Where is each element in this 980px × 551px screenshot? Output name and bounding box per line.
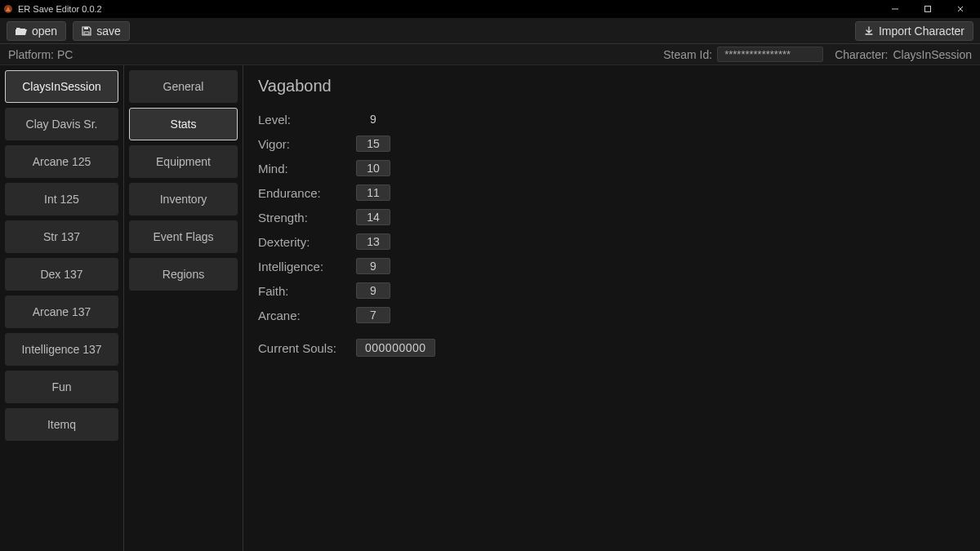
stat-value-field[interactable]: 9	[356, 258, 390, 274]
platform-value: PC	[57, 48, 73, 61]
stat-row: Vigor:15	[258, 131, 965, 156]
svg-rect-2	[925, 7, 931, 12]
character-label: Character:	[835, 48, 888, 61]
open-button-label: open	[32, 24, 57, 38]
souls-field[interactable]: 000000000	[356, 339, 435, 357]
save-icon	[82, 26, 91, 36]
stat-value-field[interactable]: 15	[356, 136, 390, 152]
stat-row: Endurance:11	[258, 180, 965, 205]
stat-value-field[interactable]: 10	[356, 160, 390, 176]
platform-label: Platform:	[8, 48, 54, 61]
character-item[interactable]: Itemq	[5, 408, 118, 441]
stats-panel: Vagabond Level: 9 Vigor:15Mind:10Enduran…	[243, 65, 980, 551]
stat-label: Level:	[258, 113, 356, 127]
stat-value-field[interactable]: 11	[356, 184, 390, 201]
import-character-button[interactable]: Import Character	[855, 21, 973, 41]
character-item[interactable]: Arcane 137	[5, 295, 118, 328]
category-item[interactable]: Event Flags	[129, 220, 238, 253]
stat-value-field[interactable]: 9	[356, 282, 390, 299]
stat-row: Intelligence:9	[258, 254, 965, 278]
category-list: GeneralStatsEquipmentInventoryEvent Flag…	[124, 65, 243, 551]
stat-label: Dexterity:	[258, 235, 356, 249]
character-item[interactable]: Intelligence 137	[5, 333, 118, 366]
stat-value-field[interactable]: 14	[356, 209, 390, 225]
souls-row: Current Souls: 000000000	[258, 339, 965, 357]
stat-row: Arcane:7	[258, 303, 965, 327]
steamid-field[interactable]: ****************	[717, 47, 823, 62]
steamid-label: Steam Id:	[663, 48, 712, 61]
svg-rect-6	[84, 32, 89, 34]
souls-label: Current Souls:	[258, 341, 356, 355]
category-item[interactable]: Inventory	[129, 183, 238, 216]
stat-label: Strength:	[258, 211, 356, 224]
info-bar: Platform: PC Steam Id: **************** …	[0, 44, 980, 65]
character-item[interactable]: Dex 137	[5, 258, 118, 291]
window-title: ER Save Editor 0.0.2	[18, 4, 102, 14]
stat-row: Faith:9	[258, 278, 965, 303]
stat-label: Faith:	[258, 284, 356, 298]
stat-label: Endurance:	[258, 186, 356, 200]
character-item[interactable]: Fun	[5, 371, 118, 403]
window-minimize-button[interactable]	[879, 0, 911, 18]
toolbar: open save Import Character	[0, 18, 980, 44]
stat-value-field[interactable]: 13	[356, 233, 390, 250]
category-item[interactable]: General	[129, 70, 238, 103]
stat-label: Intelligence:	[258, 260, 356, 273]
stat-label: Arcane:	[258, 309, 356, 322]
character-list: ClaysInSessionClay Davis Sr.Arcane 125In…	[0, 65, 124, 551]
stat-row: Strength:14	[258, 205, 965, 229]
stat-label: Vigor:	[258, 137, 356, 151]
save-button[interactable]: save	[73, 21, 130, 41]
download-icon	[864, 26, 874, 36]
svg-rect-5	[84, 27, 88, 29]
app-icon	[3, 4, 13, 14]
category-item[interactable]: Stats	[129, 108, 238, 140]
save-button-label: save	[96, 24, 121, 38]
stat-row-level: Level: 9	[258, 107, 965, 131]
character-item[interactable]: ClaysInSession	[5, 70, 118, 103]
character-item[interactable]: Arcane 125	[5, 145, 118, 178]
folder-open-icon	[16, 26, 27, 36]
stat-label: Mind:	[258, 162, 356, 176]
stat-value-field[interactable]: 7	[356, 307, 390, 323]
stat-row: Mind:10	[258, 156, 965, 180]
category-item[interactable]: Regions	[129, 258, 238, 291]
character-value: ClaysInSession	[893, 48, 973, 61]
window-maximize-button[interactable]	[911, 0, 944, 18]
window-close-button[interactable]	[944, 0, 977, 18]
main-area: ClaysInSessionClay Davis Sr.Arcane 125In…	[0, 65, 980, 551]
category-item[interactable]: Equipment	[129, 145, 238, 178]
stat-row: Dexterity:13	[258, 229, 965, 254]
class-name: Vagabond	[258, 77, 965, 96]
import-character-label: Import Character	[879, 24, 964, 38]
stat-value-level: 9	[356, 113, 390, 126]
character-item[interactable]: Int 125	[5, 183, 118, 216]
character-item[interactable]: Clay Davis Sr.	[5, 108, 118, 140]
window-titlebar: ER Save Editor 0.0.2	[0, 0, 980, 18]
open-button[interactable]: open	[7, 21, 66, 41]
character-item[interactable]: Str 137	[5, 220, 118, 253]
